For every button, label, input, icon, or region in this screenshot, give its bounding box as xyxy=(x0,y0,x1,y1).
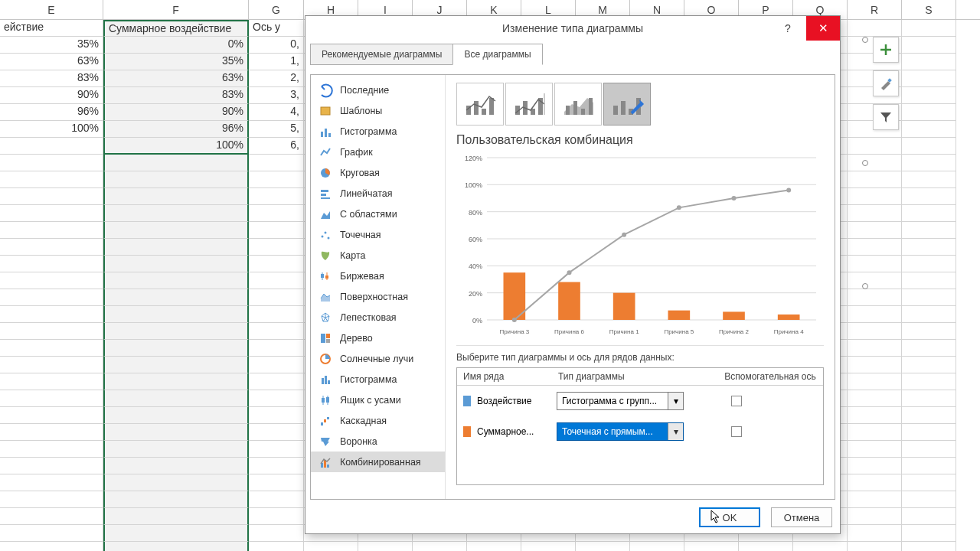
cell[interactable] xyxy=(0,256,103,272)
cell[interactable]: 90% xyxy=(0,87,103,104)
chart-handle[interactable] xyxy=(862,37,868,43)
cell[interactable]: 35% xyxy=(103,54,249,70)
cell[interactable] xyxy=(103,458,249,474)
cell[interactable] xyxy=(249,272,304,289)
cell[interactable] xyxy=(902,323,956,340)
cell[interactable] xyxy=(0,138,103,155)
cell[interactable] xyxy=(103,373,249,390)
cell[interactable] xyxy=(103,491,249,508)
cell[interactable] xyxy=(103,155,249,171)
cell[interactable]: 96% xyxy=(103,121,249,138)
cell[interactable] xyxy=(848,390,902,407)
chart-type-гистограмма[interactable]: Гистограмма xyxy=(311,121,445,142)
cell[interactable] xyxy=(902,474,956,491)
chart-add-element-button[interactable] xyxy=(873,37,899,63)
cell[interactable] xyxy=(902,390,956,407)
tab-all-charts[interactable]: Все диаграммы xyxy=(452,44,542,65)
cell[interactable] xyxy=(103,306,249,323)
cell[interactable] xyxy=(848,458,902,474)
cell[interactable]: 35% xyxy=(0,37,103,54)
cell[interactable] xyxy=(0,306,103,323)
cell[interactable] xyxy=(249,188,304,205)
cell[interactable] xyxy=(103,390,249,407)
cell[interactable]: Ось y xyxy=(249,20,304,37)
cell[interactable] xyxy=(848,373,902,390)
chart-type-точечная[interactable]: Точечная xyxy=(311,224,445,245)
cell[interactable] xyxy=(902,340,956,357)
cell[interactable] xyxy=(249,205,304,222)
series-aux-checkbox[interactable] xyxy=(684,426,789,437)
cell[interactable] xyxy=(103,256,249,272)
combo-subtype-1[interactable] xyxy=(456,83,504,126)
cell[interactable] xyxy=(902,239,956,256)
cell[interactable]: 96% xyxy=(0,104,103,121)
chart-type-лепестковая[interactable]: Лепестковая xyxy=(311,307,445,328)
cell[interactable] xyxy=(902,37,956,54)
cell[interactable] xyxy=(848,289,902,306)
cell[interactable] xyxy=(103,357,249,373)
cell[interactable]: Суммарное воздействие xyxy=(103,20,249,37)
cell[interactable] xyxy=(249,323,304,340)
cell[interactable] xyxy=(249,424,304,441)
cell[interactable] xyxy=(0,508,103,525)
chart-type-поверхностная[interactable]: Поверхностная xyxy=(311,286,445,307)
cell[interactable] xyxy=(249,542,304,551)
column-header-E[interactable]: E xyxy=(0,0,103,19)
cell[interactable] xyxy=(902,54,956,70)
cell[interactable] xyxy=(848,222,902,239)
cell[interactable] xyxy=(103,340,249,357)
cell[interactable] xyxy=(0,323,103,340)
cell[interactable] xyxy=(576,542,630,551)
cell[interactable] xyxy=(249,474,304,491)
cell[interactable] xyxy=(902,222,956,239)
cell[interactable]: ействие xyxy=(0,20,103,37)
cell[interactable] xyxy=(103,407,249,424)
cell[interactable] xyxy=(103,474,249,491)
cell[interactable] xyxy=(0,474,103,491)
chart-type-биржевая[interactable]: Биржевая xyxy=(311,266,445,286)
cell[interactable] xyxy=(902,20,956,37)
cell[interactable] xyxy=(848,205,902,222)
cell[interactable] xyxy=(249,222,304,239)
cell[interactable] xyxy=(902,104,956,121)
cell[interactable] xyxy=(902,256,956,272)
cell[interactable] xyxy=(103,289,249,306)
cell[interactable]: 0, xyxy=(249,37,304,54)
cell[interactable] xyxy=(902,424,956,441)
cell[interactable] xyxy=(902,205,956,222)
chart-type-шаблоны[interactable]: Шаблоны xyxy=(311,100,445,121)
tab-recommended[interactable]: Рекомендуемые диаграммы xyxy=(310,44,453,65)
cell[interactable] xyxy=(358,542,413,551)
cell[interactable] xyxy=(739,542,793,551)
cell[interactable] xyxy=(103,205,249,222)
cell[interactable] xyxy=(249,256,304,272)
cell[interactable] xyxy=(521,542,576,551)
cell[interactable] xyxy=(848,525,902,542)
chart-type-график[interactable]: График xyxy=(311,142,445,162)
cell[interactable] xyxy=(848,340,902,357)
cell[interactable] xyxy=(467,542,521,551)
cell[interactable] xyxy=(902,306,956,323)
cell[interactable] xyxy=(0,424,103,441)
cell[interactable]: 100% xyxy=(103,138,249,155)
cell[interactable] xyxy=(902,289,956,306)
series-type-combo[interactable]: Точечная с прямым...▾ xyxy=(557,422,684,441)
cell[interactable] xyxy=(249,340,304,357)
cell[interactable]: 83% xyxy=(0,70,103,87)
cell[interactable] xyxy=(0,441,103,458)
cell[interactable] xyxy=(0,340,103,357)
cell[interactable] xyxy=(0,205,103,222)
cell[interactable] xyxy=(793,542,848,551)
cell[interactable] xyxy=(249,458,304,474)
cell[interactable]: 6, xyxy=(249,138,304,155)
chart-type-дерево[interactable]: Дерево xyxy=(311,328,445,348)
column-header-R[interactable]: R xyxy=(848,0,902,19)
help-button[interactable]: ? xyxy=(773,16,803,41)
cell[interactable] xyxy=(413,542,467,551)
cell[interactable] xyxy=(902,373,956,390)
cell[interactable] xyxy=(684,542,739,551)
cell[interactable] xyxy=(848,542,902,551)
cell[interactable] xyxy=(902,138,956,155)
cell[interactable] xyxy=(848,508,902,525)
cell[interactable] xyxy=(249,155,304,171)
